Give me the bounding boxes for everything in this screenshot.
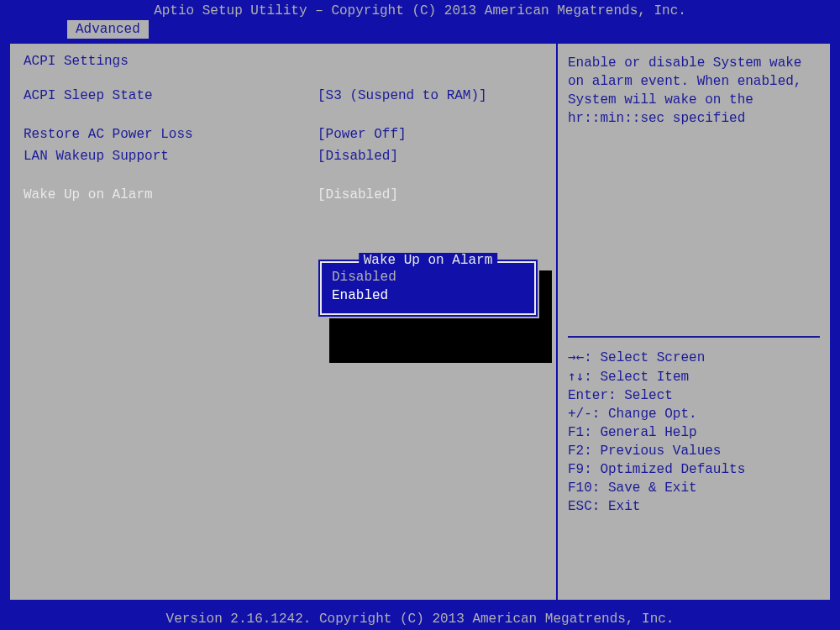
setting-lan-wakeup-support[interactable]: LAN Wakeup Support [Disabled] bbox=[24, 146, 543, 166]
setting-value: [Disabled] bbox=[318, 185, 398, 205]
setting-wake-up-on-alarm[interactable]: Wake Up on Alarm [Disabled] bbox=[24, 185, 543, 205]
popup-title: Wake Up on Alarm bbox=[359, 253, 498, 268]
popup-wake-up-on-alarm: Wake Up on Alarm Disabled Enabled bbox=[317, 258, 539, 318]
setting-restore-ac-power-loss[interactable]: Restore AC Power Loss [Power Off] bbox=[24, 124, 543, 144]
setting-label: ACPI Sleep State bbox=[24, 86, 318, 106]
key-help-f2: F2: Previous Values bbox=[568, 442, 820, 460]
help-panel: Enable or disable System wake on alarm e… bbox=[558, 44, 830, 600]
bios-header: Aptio Setup Utility – Copyright (C) 2013… bbox=[0, 0, 840, 20]
setting-acpi-sleep-state[interactable]: ACPI Sleep State [S3 (Suspend to RAM)] bbox=[24, 86, 543, 106]
popup-option-disabled[interactable]: Disabled bbox=[328, 268, 528, 286]
help-divider bbox=[568, 336, 820, 338]
arrow-up-down-icon: ↑↓ bbox=[568, 368, 584, 384]
setting-label: LAN Wakeup Support bbox=[24, 146, 318, 166]
arrow-left-right-icon: →← bbox=[568, 349, 584, 365]
key-help-select-item: ↑↓: Select Item bbox=[568, 367, 820, 386]
setting-value: [Power Off] bbox=[318, 124, 407, 144]
setting-label: Wake Up on Alarm bbox=[24, 185, 318, 205]
key-help-select-screen: →←: Select Screen bbox=[568, 348, 820, 367]
help-text: Enable or disable System wake on alarm e… bbox=[568, 54, 820, 128]
bios-footer: Version 2.16.1242. Copyright (C) 2013 Am… bbox=[0, 608, 840, 630]
settings-panel: ACPI Settings ACPI Sleep State [S3 (Susp… bbox=[10, 44, 558, 600]
key-help-esc: ESC: Exit bbox=[568, 497, 820, 516]
popup-option-enabled[interactable]: Enabled bbox=[328, 286, 528, 305]
key-help-f10: F10: Save & Exit bbox=[568, 479, 820, 497]
key-help-f9: F9: Optimized Defaults bbox=[568, 460, 820, 479]
setting-value: [Disabled] bbox=[318, 146, 398, 166]
key-help-enter: Enter: Select bbox=[568, 386, 820, 405]
section-title: ACPI Settings bbox=[24, 54, 543, 69]
tab-advanced[interactable]: Advanced bbox=[67, 20, 149, 39]
main-area: ACPI Settings ACPI Sleep State [S3 (Susp… bbox=[7, 40, 833, 603]
key-help-change: +/-: Change Opt. bbox=[568, 405, 820, 423]
tab-row: Advanced bbox=[0, 20, 840, 40]
setting-label: Restore AC Power Loss bbox=[24, 124, 318, 144]
setting-value: [S3 (Suspend to RAM)] bbox=[318, 86, 487, 106]
key-help-f1: F1: General Help bbox=[568, 423, 820, 442]
